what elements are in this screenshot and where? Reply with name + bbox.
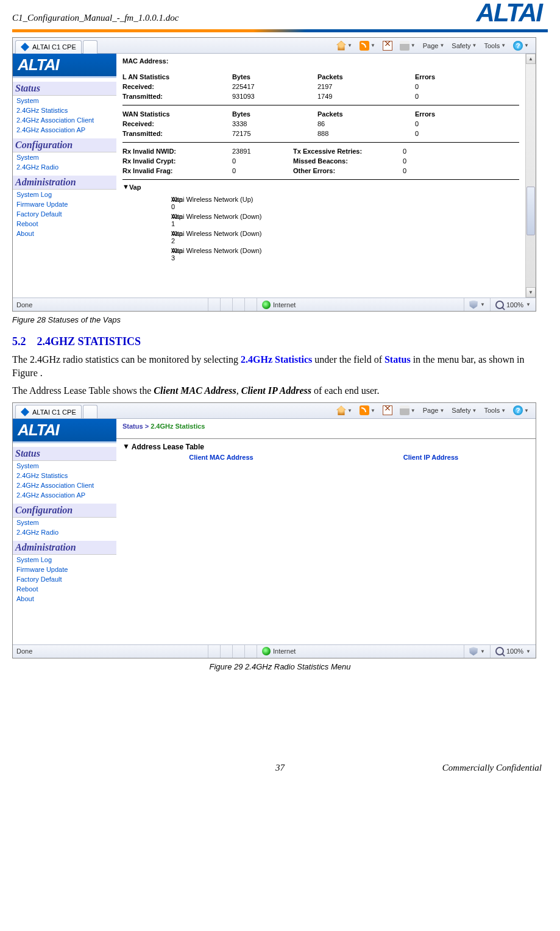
nav-link-factory[interactable]: Factory Default <box>13 574 116 584</box>
vap-name: Vap 1 <box>122 213 171 227</box>
breadcrumb-root[interactable]: Status <box>122 423 143 430</box>
rx-frag-label: Rx Invalid Frag: <box>122 166 232 176</box>
vap-status: Altai Wireless Network (Up) <box>171 196 330 210</box>
col-errors: Errors <box>415 72 476 82</box>
nav-link-firmware[interactable]: Firmware Update <box>13 565 116 574</box>
vap-row: Vap 3Altai Wireless Network (Down) <box>122 246 519 263</box>
browser-tab[interactable]: ALTAI C1 CPE <box>15 40 82 54</box>
missed-label: Missed Beacons: <box>293 156 403 166</box>
nav-link-about[interactable]: About <box>13 594 116 604</box>
col-client-mac: Client MAC Address <box>116 454 326 461</box>
mail-button[interactable] <box>381 405 394 416</box>
nav-link-reboot[interactable]: Reboot <box>13 219 116 229</box>
sidebar: ALTAI Status System 2.4GHz Statistics 2.… <box>13 419 116 644</box>
ie-toolbar: ALTAI C1 CPE ▼ ▼ ▼ Page ▼ Safety ▼ Tools… <box>13 403 536 419</box>
wan-tx-bytes: 72175 <box>232 129 317 138</box>
nav-link-reboot[interactable]: Reboot <box>13 584 116 594</box>
nav-link-system[interactable]: System <box>13 96 116 105</box>
page-menu[interactable]: Page ▼ <box>421 41 447 50</box>
nav-link-syslog[interactable]: System Log <box>13 555 116 565</box>
nav-link-cfg-radio[interactable]: 2.4GHz Radio <box>13 527 116 537</box>
wan-rx-packets: 86 <box>317 119 415 129</box>
zoom-control[interactable]: 100% ▼ <box>490 645 536 658</box>
nav-head-admin: Administration <box>13 176 116 190</box>
col-bytes: Bytes <box>232 72 317 82</box>
nav-link-factory[interactable]: Factory Default <box>13 209 116 219</box>
help-button[interactable]: ?▼ <box>511 40 531 51</box>
scroll-down-button[interactable]: ▼ <box>526 287 536 298</box>
figure-caption-28: Figure 28 Statuses of the Vaps <box>12 315 548 324</box>
vap-header[interactable]: ▼Vap <box>122 184 519 191</box>
nav-link-about[interactable]: About <box>13 229 116 238</box>
alt-title[interactable]: ▼ Address Lease Table <box>116 443 536 451</box>
other-val: 0 <box>403 166 406 176</box>
vap-status: Altai Wireless Network (Down) <box>171 247 330 262</box>
nav-link-24ghz-stats[interactable]: 2.4GHz Statistics <box>13 105 116 115</box>
nav-link-cfg-system[interactable]: System <box>13 518 116 527</box>
ref-client-ip: Client IP Address <box>241 385 311 396</box>
tools-menu[interactable]: Tools ▼ <box>482 41 508 50</box>
favicon-icon <box>21 43 29 51</box>
feeds-button[interactable]: ▼ <box>358 405 377 416</box>
section-number: 5.2 <box>12 335 26 348</box>
help-icon: ? <box>513 41 523 51</box>
nav-head-config: Configuration <box>13 138 116 152</box>
lan-rx-errors: 0 <box>415 82 476 91</box>
home-button[interactable]: ▼ <box>335 405 354 416</box>
vap-name: Vap 3 <box>122 247 171 262</box>
nav-link-assoc-client[interactable]: 2.4GHz Association Client <box>13 115 116 125</box>
paragraph-1: The 2.4GHz radio statistics can be monit… <box>12 353 548 379</box>
help-button[interactable]: ?▼ <box>511 405 531 416</box>
favicon-icon <box>21 408 29 416</box>
home-button[interactable]: ▼ <box>335 40 354 51</box>
lan-title: L AN Statistics <box>122 72 232 82</box>
nav-link-24ghz-stats[interactable]: 2.4GHz Statistics <box>13 471 116 480</box>
nav-link-assoc-client[interactable]: 2.4GHz Association Client <box>13 480 116 490</box>
tools-menu[interactable]: Tools ▼ <box>482 406 508 415</box>
lan-rx-packets: 2197 <box>317 82 415 91</box>
new-tab-button[interactable] <box>83 405 97 418</box>
new-tab-button[interactable] <box>83 40 97 54</box>
rx-nwid-label: Rx Invalid NWID: <box>122 146 232 156</box>
vap-name: Vap 2 <box>122 230 171 244</box>
nav-link-assoc-ap[interactable]: 2.4GHz Association AP <box>13 490 116 500</box>
protected-mode[interactable]: ▼ <box>464 645 490 658</box>
print-button[interactable]: ▼ <box>398 405 417 416</box>
caret-down-icon: ▼ <box>122 183 129 190</box>
status-done: Done <box>13 647 208 655</box>
feeds-button[interactable]: ▼ <box>358 40 377 51</box>
sidebar-logo: ALTAI <box>13 419 116 443</box>
missed-val: 0 <box>403 156 406 166</box>
nav-link-cfg-radio[interactable]: 2.4GHz Radio <box>13 162 116 172</box>
nav-link-syslog[interactable]: System Log <box>13 190 116 199</box>
safety-menu[interactable]: Safety ▼ <box>450 41 478 50</box>
page-menu[interactable]: Page ▼ <box>421 406 447 415</box>
scroll-track[interactable] <box>526 64 536 287</box>
protected-mode[interactable]: ▼ <box>464 298 490 311</box>
tx-retries-label: Tx Excessive Retries: <box>293 146 403 156</box>
scroll-up-button[interactable]: ▲ <box>526 54 536 64</box>
print-button[interactable]: ▼ <box>398 40 417 51</box>
safety-menu[interactable]: Safety ▼ <box>450 406 478 415</box>
home-icon <box>336 41 346 51</box>
nav-link-assoc-ap[interactable]: 2.4GHz Association AP <box>13 125 116 135</box>
divider <box>122 105 519 105</box>
scrollbar[interactable]: ▲ ▼ <box>525 54 536 298</box>
scroll-thumb[interactable] <box>526 187 535 235</box>
nav-link-firmware[interactable]: Firmware Update <box>13 199 116 209</box>
wan-title: WAN Statistics <box>122 109 232 119</box>
figure-caption-29: Figure 29 2.4GHz Radio Statistics Menu <box>12 662 548 671</box>
nav-link-cfg-system[interactable]: System <box>13 152 116 162</box>
zoom-control[interactable]: 100% ▼ <box>490 298 536 311</box>
browser-tab[interactable]: ALTAI C1 CPE <box>15 405 82 418</box>
lan-rx-bytes: 225417 <box>232 82 317 91</box>
nav-link-system[interactable]: System <box>13 461 116 471</box>
vap-status: Altai Wireless Network (Down) <box>171 213 330 227</box>
feed-icon <box>360 41 369 51</box>
divider <box>122 142 519 143</box>
screenshot-24ghz-stats: ALTAI C1 CPE ▼ ▼ ▼ Page ▼ Safety ▼ Tools… <box>12 402 536 658</box>
breadcrumb-current: 2.4GHz Statistics <box>151 423 205 430</box>
mail-button[interactable] <box>381 40 394 51</box>
doc-filename: C1_Configuration_Manual_-_fm_1.0.0.1.doc <box>12 13 179 26</box>
wan-tx-packets: 888 <box>317 129 415 138</box>
